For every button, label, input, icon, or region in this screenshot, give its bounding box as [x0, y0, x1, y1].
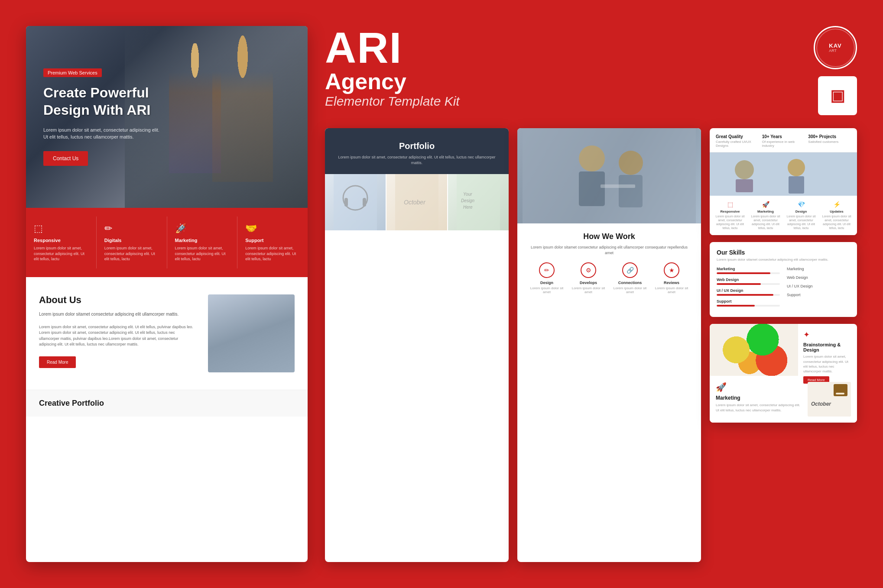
service-item-support: 🤝 Support Lorem ipsum dolor sit amet, co…	[237, 216, 308, 268]
develops-circle-icon: ⚙	[581, 262, 596, 278]
service-desc-responsive: Lorem ipsum dolor sit amet, consectetur …	[34, 246, 88, 262]
service-desc-support: Lorem ipsum dolor sit amet, consectetur …	[245, 246, 300, 262]
skill-ux-bar	[717, 294, 773, 296]
portfolio-teaser: Creative Portfolio	[26, 390, 308, 417]
read-more-button[interactable]: Read More	[39, 356, 76, 368]
quality-stat-quality: Great Quality Carefully crafted UI/UX De…	[716, 134, 759, 148]
skill-webdesign-bar-bg	[717, 283, 780, 285]
qs-marketing-icon: 🚀	[749, 201, 782, 208]
skill-label-ux: UI / UX Design	[787, 284, 850, 288]
svg-text:October: October	[811, 401, 831, 407]
marketing-section: 🚀 Marketing Lorem ipsum dolor sit amet, …	[710, 376, 857, 423]
service-desc-marketing: Lorem ipsum dolor sit amet, consectetur …	[175, 246, 230, 262]
portfolio-card-header: Portfolio Lorem ipsum dolor sit amet, co…	[325, 128, 509, 174]
how-icon-develops: ⚙ Develops Lorem ipsum dolor sit amet	[568, 262, 609, 294]
projects-label: 300+ Projects	[808, 134, 851, 139]
connections-circle-icon: 🔗	[622, 262, 638, 278]
qs-marketing: 🚀 Marketing Lorem ipsum dolor sit amet, …	[749, 201, 782, 230]
skill-webdesign-name: Web Design	[717, 278, 780, 282]
hero-section: Premium Web Services Create PowerfulDesi…	[26, 26, 308, 208]
marketing-left: 🚀 Marketing Lorem ipsum dolor sit amet, …	[716, 382, 802, 412]
brand-title: ARI	[325, 26, 460, 69]
art-text: ART	[829, 48, 841, 53]
elementor-icon: ▣	[830, 87, 845, 105]
qs-marketing-desc: Lorem ipsum dolor sit amet, consectetur …	[749, 214, 782, 230]
qs-responsive-icon: ⬚	[713, 201, 747, 208]
skills-subtitle: Lorem ipsum dolor sitamet consectetur ad…	[717, 258, 850, 262]
svg-rect-16	[710, 152, 857, 196]
years-label: 10+ Years	[762, 134, 805, 139]
skill-support: Support	[717, 299, 780, 307]
brainstorm-card: ✦ Brainstorming & Design Lorem ipsum dol…	[710, 324, 857, 423]
svg-rect-20	[789, 176, 804, 194]
skill-marketing: Marketing	[717, 267, 780, 274]
develops-label: Develops	[568, 281, 609, 285]
skills-labels: Marketing Web Design UI / UX Design Supp…	[787, 267, 850, 310]
svg-point-11	[579, 145, 605, 171]
qs-design-icon: 💎	[784, 201, 818, 208]
svg-rect-2	[344, 198, 348, 207]
right-column: ARI Agency Elementor Template Kit KAV AR…	[325, 26, 857, 562]
connections-label: Connections	[609, 281, 651, 285]
svg-rect-0	[334, 174, 377, 230]
service-desc-digitals: Lorem ipsum dolor sit amet, consectetur …	[104, 246, 159, 262]
kav-logo-content: KAV ART	[829, 43, 841, 53]
brand-tagline: Elementor Template Kit	[325, 94, 460, 109]
about-subtitle: Lorem ipsum dolor sitamet consectetur ad…	[39, 311, 195, 317]
paint-cans-image	[710, 324, 798, 376]
quality-stat-years: 10+ Years Of experience in web industry	[762, 134, 805, 148]
website-preview: Premium Web Services Create PowerfulDesi…	[26, 26, 308, 562]
marketing-october-image: October	[808, 382, 851, 417]
portfolio-thumb-3: Your Design Here	[448, 174, 509, 230]
support-icon: 🤝	[245, 223, 300, 234]
skill-marketing-name: Marketing	[717, 267, 780, 271]
quality-services: ⬚ Responsive Lorem ipsum dolor sit amet,…	[710, 196, 857, 235]
brainstorm-top: ✦ Brainstorming & Design Lorem ipsum dol…	[710, 324, 857, 376]
skill-webdesign-bar	[717, 283, 761, 285]
design-circle-icon: ✏	[539, 262, 555, 278]
svg-point-19	[788, 159, 805, 176]
svg-rect-10	[523, 128, 696, 223]
portfolio-thumb-1	[325, 174, 386, 230]
service-title-digitals: Digitals	[104, 238, 159, 243]
skills-card: Our Skills Lorem ipsum dolor sitamet con…	[710, 242, 857, 317]
brand-text: ARI Agency Elementor Template Kit	[325, 26, 460, 109]
service-item-marketing: 🚀 Marketing Lorem ipsum dolor sit amet, …	[167, 216, 238, 268]
qs-updates-title: Updates	[820, 210, 854, 213]
svg-point-17	[735, 160, 754, 179]
qs-marketing-title: Marketing	[749, 210, 782, 213]
about-section: About Us Lorem ipsum dolor sitamet conse…	[26, 277, 308, 390]
quality-stat-projects: 300+ Projects Satisfied customers	[808, 134, 851, 148]
skills-title: Our Skills	[717, 249, 850, 256]
qs-updates: ⚡ Updates Lorem ipsum dolor sit amet, co…	[820, 201, 854, 230]
portfolio-preview-card: Portfolio Lorem ipsum dolor sit amet, co…	[325, 128, 509, 562]
projects-desc: Satisfied customers	[808, 140, 851, 144]
portfolio-card-desc: Lorem ipsum dolor sit amet, consectetur …	[334, 155, 500, 165]
how-icon-reviews: ★ Reviews Lorem ipsum dolor sit amet	[651, 262, 692, 294]
svg-text:October: October	[404, 199, 426, 206]
portfolio-thumb-2: October	[386, 174, 447, 230]
how-card-content: How We Work Lorem ipsum dolor sitamet co…	[517, 223, 701, 303]
brainstorm-content: ✦ Brainstorming & Design Lorem ipsum dol…	[798, 324, 857, 376]
portfolio-card-title: Portfolio	[334, 141, 500, 151]
qs-responsive: ⬚ Responsive Lorem ipsum dolor sit amet,…	[713, 201, 747, 230]
skill-label-marketing: Marketing	[787, 267, 850, 271]
how-icons-row: ✏ Design Lorem ipsum dolor sit amet ⚙ De…	[526, 262, 692, 294]
skill-ux-bar-bg	[717, 294, 780, 296]
about-title: About Us	[39, 294, 195, 306]
qs-updates-desc: Lorem ipsum dolor sit amet, consectetur …	[820, 214, 854, 230]
service-item-responsive: ⬚ Responsive Lorem ipsum dolor sit amet,…	[26, 216, 97, 268]
years-desc: Of experience in web industry	[762, 140, 805, 148]
skill-support-bar-bg	[717, 305, 780, 307]
hero-description: Lorem ipsum dolor sit amet, consectetur …	[43, 126, 165, 141]
quality-card: Great Quality Carefully crafted UI/UX De…	[710, 128, 857, 235]
svg-rect-24	[836, 393, 844, 394]
brainstorm-desc: Lorem ipsum dolor sit amet, consectetur …	[803, 354, 852, 374]
digitals-icon: ✏	[104, 223, 159, 234]
great-quality-label: Great Quality	[716, 134, 759, 139]
kav-text: KAV	[829, 43, 841, 48]
marketing-icon: 🚀	[175, 223, 230, 234]
service-item-digitals: ✏ Digitals Lorem ipsum dolor sit amet, c…	[97, 216, 167, 268]
svg-text:Your: Your	[463, 192, 472, 197]
contact-us-button[interactable]: Contact Us	[43, 151, 88, 166]
